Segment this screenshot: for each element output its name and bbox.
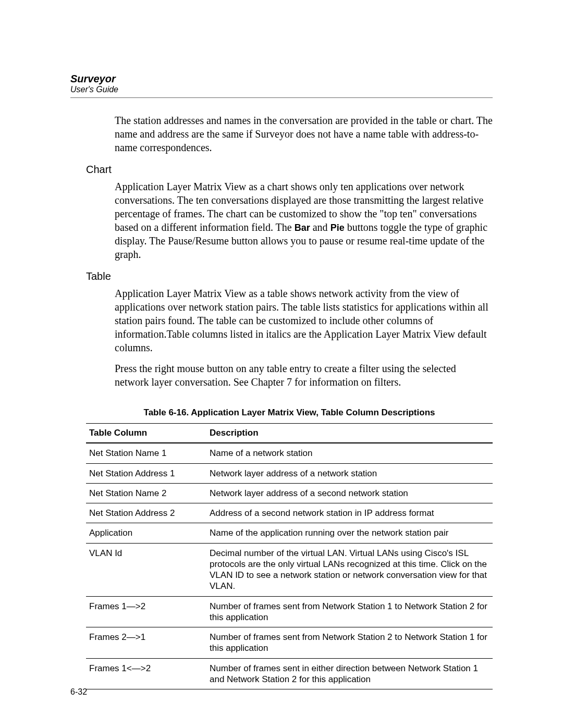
table-cell-col2: Number of frames sent in either directio… xyxy=(206,658,493,689)
table-cell-col2: Number of frames sent from Network Stati… xyxy=(206,627,493,659)
table-cell-col1: Net Station Name 1 xyxy=(86,443,206,463)
table-text-block: Application Layer Matrix View as a table… xyxy=(115,287,493,389)
chart-block: Application Layer Matrix View as a chart… xyxy=(115,180,493,261)
table-row: Frames 1—>2 Number of frames sent from N… xyxy=(86,596,493,627)
table-heading: Table xyxy=(86,270,493,282)
column-description-table: Table Column Description Net Station Nam… xyxy=(86,423,493,689)
table-header-col2: Description xyxy=(206,424,493,443)
chart-paragraph: Application Layer Matrix View as a chart… xyxy=(115,180,493,261)
doc-subtitle: User's Guide xyxy=(70,85,493,94)
table-cell-col1: Frames 1—>2 xyxy=(86,596,206,627)
table-paragraph-2: Press the right mouse button on any tabl… xyxy=(115,362,493,389)
table-row: Net Station Name 2 Network layer address… xyxy=(86,483,493,503)
table-cell-col2: Name of a network station xyxy=(206,443,493,463)
table-section: Table 6-16. Application Layer Matrix Vie… xyxy=(86,408,493,689)
page: Surveyor User's Guide The station addres… xyxy=(0,0,563,728)
table-cell-col1: Net Station Address 2 xyxy=(86,503,206,523)
pie-button-label: Pie xyxy=(331,223,345,233)
table-header-col1: Table Column xyxy=(86,424,206,443)
table-cell-col2: Decimal number of the virtual LAN. Virtu… xyxy=(206,543,493,596)
table-cell-col2: Address of a second network station in I… xyxy=(206,503,493,523)
page-header: Surveyor User's Guide xyxy=(70,73,493,94)
table-cell-col1: Frames 2—>1 xyxy=(86,627,206,659)
chart-heading: Chart xyxy=(86,164,493,176)
page-number: 6-32 xyxy=(70,687,87,697)
table-header-row: Table Column Description xyxy=(86,424,493,443)
header-rule xyxy=(70,97,493,98)
table-row: Net Station Name 1 Name of a network sta… xyxy=(86,443,493,463)
table-row: Net Station Address 1 Network layer addr… xyxy=(86,463,493,483)
table-row: VLAN Id Decimal number of the virtual LA… xyxy=(86,543,493,596)
chart-text-mid: and xyxy=(310,221,331,233)
table-cell-col1: Net Station Address 1 xyxy=(86,463,206,483)
table-cell-col2: Network layer address of a second networ… xyxy=(206,483,493,503)
doc-title: Surveyor xyxy=(70,73,493,85)
table-cell-col1: VLAN Id xyxy=(86,543,206,596)
table-caption: Table 6-16. Application Layer Matrix Vie… xyxy=(86,408,493,418)
table-cell-col2: Network layer address of a network stati… xyxy=(206,463,493,483)
table-row: Frames 2—>1 Number of frames sent from N… xyxy=(86,627,493,659)
table-row: Net Station Address 2 Address of a secon… xyxy=(86,503,493,523)
table-cell-col2: Number of frames sent from Network Stati… xyxy=(206,596,493,627)
table-cell-col2: Name of the application running over the… xyxy=(206,523,493,543)
bar-button-label: Bar xyxy=(295,223,310,233)
table-cell-col1: Frames 1<—>2 xyxy=(86,658,206,689)
intro-block: The station addresses and names in the c… xyxy=(115,114,493,154)
intro-paragraph: The station addresses and names in the c… xyxy=(115,114,493,154)
table-row: Application Name of the application runn… xyxy=(86,523,493,543)
table-paragraph-1: Application Layer Matrix View as a table… xyxy=(115,287,493,354)
table-cell-col1: Application xyxy=(86,523,206,543)
table-cell-col1: Net Station Name 2 xyxy=(86,483,206,503)
table-row: Frames 1<—>2 Number of frames sent in ei… xyxy=(86,658,493,689)
